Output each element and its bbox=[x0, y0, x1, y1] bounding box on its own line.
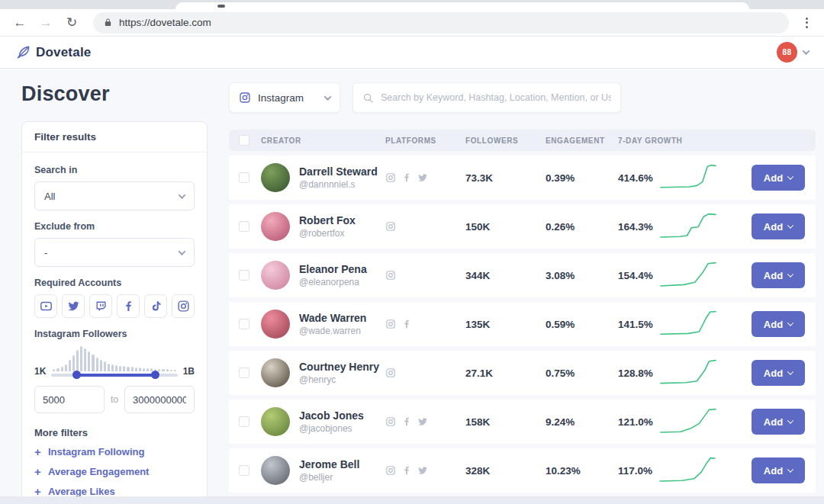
slider-track[interactable] bbox=[51, 374, 177, 377]
instagram-icon bbox=[385, 416, 396, 427]
search-in-label: Search in bbox=[34, 165, 195, 175]
chevron-down-icon bbox=[179, 191, 186, 199]
browser-tab-strip bbox=[0, 0, 824, 9]
add-button[interactable]: Add bbox=[752, 360, 805, 386]
followers-min-input[interactable] bbox=[34, 386, 105, 413]
add-button[interactable]: Add bbox=[752, 165, 805, 191]
creator-name[interactable]: Courtney Henry bbox=[299, 361, 379, 373]
row-checkbox[interactable] bbox=[239, 221, 249, 232]
more-filter-instagram-following[interactable]: +Instagram Following bbox=[34, 445, 195, 458]
creator-username: @dannnniel.s bbox=[299, 179, 378, 190]
instagram-icon bbox=[177, 300, 190, 313]
slider-handle-min[interactable] bbox=[72, 371, 81, 379]
histogram-bar bbox=[127, 367, 129, 371]
more-filter-average-engagement[interactable]: +Average Engagement bbox=[34, 465, 195, 478]
slider-handle-max[interactable] bbox=[151, 371, 159, 379]
engagement-value: 0.26% bbox=[546, 221, 575, 233]
creator-avatar[interactable] bbox=[261, 310, 290, 339]
instagram-icon bbox=[385, 319, 396, 329]
facebook-icon bbox=[122, 300, 135, 313]
table-header-row: CREATORPLATFORMSFOLLOWERSENGAGEMENT7-DAY… bbox=[229, 130, 816, 151]
instagram-followers-label: Instagram Followers bbox=[34, 329, 195, 339]
platform-selector[interactable]: Instagram bbox=[229, 82, 340, 113]
instagram-filter-button[interactable] bbox=[172, 294, 195, 318]
address-bar[interactable]: https://dovetale.com bbox=[93, 12, 789, 34]
creator-name[interactable]: Eleanor Pena bbox=[299, 263, 367, 275]
search-icon bbox=[362, 92, 374, 104]
creator-avatar[interactable] bbox=[261, 212, 290, 241]
add-button[interactable]: Add bbox=[752, 457, 805, 483]
add-button[interactable]: Add bbox=[752, 409, 805, 435]
histogram-bar bbox=[53, 369, 55, 371]
creator-name[interactable]: Wade Warren bbox=[299, 312, 366, 324]
creator-name[interactable]: Jacob Jones bbox=[299, 409, 364, 422]
user-avatar[interactable]: 88 bbox=[777, 42, 797, 63]
followers-value: 328K bbox=[465, 465, 490, 477]
browser-menu-icon[interactable] bbox=[800, 18, 813, 28]
add-button[interactable]: Add bbox=[752, 213, 805, 239]
creator-avatar[interactable] bbox=[261, 163, 290, 192]
histogram-bar bbox=[111, 364, 114, 371]
back-icon[interactable]: ← bbox=[11, 14, 29, 32]
growth-value: 121.0% bbox=[618, 416, 653, 428]
add-button[interactable]: Add bbox=[752, 311, 805, 337]
followers-max-input[interactable] bbox=[124, 386, 195, 413]
creator-avatar[interactable] bbox=[261, 407, 290, 436]
add-button[interactable]: Add bbox=[752, 262, 805, 288]
facebook-icon bbox=[401, 416, 412, 427]
twitter-filter-button[interactable] bbox=[62, 294, 85, 318]
chevron-down-icon bbox=[324, 93, 332, 101]
histogram-bar bbox=[131, 367, 134, 371]
forward-icon[interactable]: → bbox=[37, 14, 55, 32]
row-checkbox[interactable] bbox=[239, 465, 249, 476]
histogram-bar bbox=[88, 352, 90, 371]
browser-tab[interactable] bbox=[175, 2, 749, 9]
twitter-icon bbox=[67, 300, 80, 313]
row-checkbox[interactable] bbox=[239, 270, 249, 281]
range-min-label: 1K bbox=[34, 366, 46, 377]
row-checkbox[interactable] bbox=[239, 172, 249, 183]
search-input[interactable] bbox=[381, 92, 611, 103]
twitter-icon bbox=[417, 172, 428, 183]
row-checkbox[interactable] bbox=[239, 319, 249, 329]
creator-avatar[interactable] bbox=[261, 456, 290, 485]
twitch-icon bbox=[95, 300, 108, 313]
chevron-down-icon bbox=[787, 271, 793, 277]
plus-icon: + bbox=[34, 465, 48, 478]
creator-avatar[interactable] bbox=[261, 358, 290, 387]
brand-name: Dovetale bbox=[36, 45, 91, 60]
creator-table: CREATORPLATFORMSFOLLOWERSENGAGEMENT7-DAY… bbox=[229, 130, 816, 493]
youtube-filter-button[interactable] bbox=[34, 294, 57, 318]
creator-name[interactable]: Jerome Bell bbox=[299, 458, 359, 470]
feather-icon bbox=[15, 45, 31, 60]
youtube-icon bbox=[40, 300, 53, 313]
creator-name[interactable]: Robert Fox bbox=[299, 214, 356, 226]
more-filter-label: Average Engagement bbox=[48, 466, 149, 477]
more-filter-label: Average Likes bbox=[48, 486, 115, 497]
facebook-filter-button[interactable] bbox=[117, 294, 140, 318]
required-accounts-group bbox=[34, 294, 195, 318]
search-in-select[interactable]: All bbox=[34, 181, 195, 210]
row-checkbox[interactable] bbox=[239, 416, 249, 427]
twitch-filter-button[interactable] bbox=[89, 294, 112, 318]
brand-logo[interactable]: Dovetale bbox=[15, 45, 91, 60]
creator-avatar[interactable] bbox=[261, 261, 290, 290]
more-filter-label: Instagram Following bbox=[48, 446, 144, 457]
creator-name[interactable]: Darrell Steward bbox=[299, 165, 378, 178]
chevron-down-icon[interactable] bbox=[803, 47, 810, 55]
tiktok-filter-button[interactable] bbox=[144, 294, 167, 318]
chevron-down-icon bbox=[787, 466, 793, 472]
engagement-value: 0.39% bbox=[546, 172, 575, 184]
growth-sparkline bbox=[661, 260, 716, 291]
reload-icon[interactable]: ↻ bbox=[63, 14, 81, 32]
add-button-label: Add bbox=[764, 465, 783, 477]
row-checkbox[interactable] bbox=[239, 368, 249, 378]
exclude-from-select[interactable]: - bbox=[34, 238, 195, 267]
followers-value: 344K bbox=[465, 270, 490, 281]
creator-username: @henryc bbox=[299, 374, 379, 385]
chevron-down-icon bbox=[787, 417, 793, 423]
select-all-checkbox[interactable] bbox=[239, 135, 249, 146]
growth-sparkline bbox=[661, 358, 716, 388]
histogram-bar bbox=[174, 370, 176, 371]
histogram-bar bbox=[170, 370, 172, 371]
